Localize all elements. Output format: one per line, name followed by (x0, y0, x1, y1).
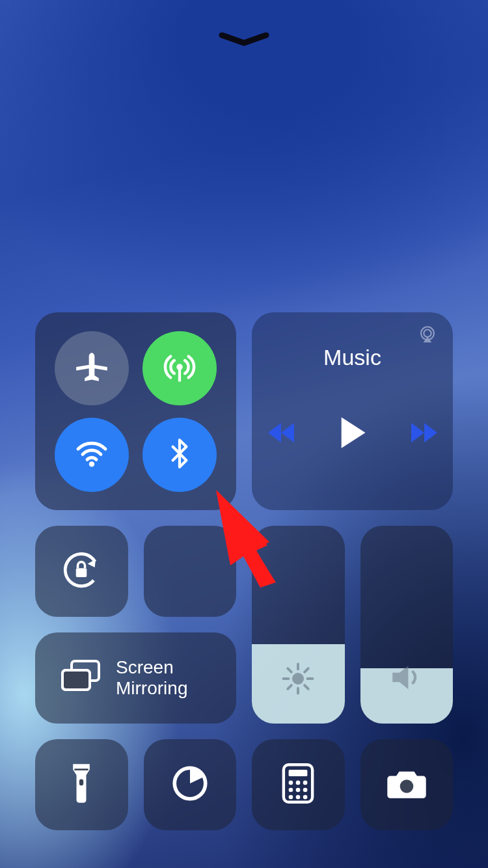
svg-line-13 (305, 685, 308, 689)
svg-line-14 (305, 668, 308, 672)
play-button[interactable] (338, 416, 367, 452)
airplay-icon[interactable] (416, 324, 439, 349)
flashlight-button[interactable] (35, 739, 128, 830)
moon-icon (172, 552, 208, 591)
svg-point-26 (296, 781, 301, 785)
calculator-icon (282, 763, 314, 806)
svg-point-29 (296, 788, 301, 793)
rewind-button[interactable] (267, 420, 297, 448)
calculator-button[interactable] (252, 739, 345, 830)
svg-point-27 (303, 781, 308, 785)
svg-point-2 (89, 461, 94, 467)
orientation-lock-icon (60, 549, 103, 594)
svg-point-25 (289, 781, 293, 785)
brightness-slider[interactable] (252, 526, 345, 724)
cellular-data-toggle[interactable] (142, 331, 217, 405)
svg-line-12 (288, 668, 292, 672)
airplane-icon (75, 350, 109, 387)
media-controls (267, 416, 439, 452)
connectivity-module[interactable] (35, 312, 236, 510)
do-not-disturb-toggle[interactable] (144, 526, 237, 617)
cellular-antenna-icon (160, 347, 199, 389)
volume-icon (388, 658, 426, 699)
camera-button[interactable] (360, 739, 454, 830)
airplane-mode-toggle[interactable] (55, 331, 129, 405)
screen-mirroring-label: Screen Mirroring (116, 657, 187, 699)
svg-point-32 (296, 795, 301, 800)
svg-rect-18 (64, 671, 88, 688)
media-module[interactable]: Music (252, 312, 453, 510)
svg-point-28 (289, 788, 293, 793)
control-center: Music (35, 312, 453, 830)
svg-point-7 (292, 673, 304, 685)
svg-point-31 (289, 795, 293, 800)
timer-icon (170, 764, 210, 806)
brightness-icon (280, 661, 316, 699)
screen-mirroring-icon (57, 657, 104, 698)
media-title: Music (323, 345, 381, 370)
svg-point-33 (303, 795, 308, 800)
timer-button[interactable] (144, 739, 237, 830)
svg-rect-1 (178, 368, 181, 381)
svg-point-30 (303, 788, 308, 793)
dismiss-chevron-icon[interactable] (218, 33, 270, 51)
screen-mirroring-button[interactable]: Screen Mirroring (35, 632, 236, 724)
fast-forward-button[interactable] (409, 420, 439, 448)
svg-line-15 (288, 685, 292, 689)
wifi-toggle[interactable] (55, 418, 129, 492)
svg-point-34 (400, 780, 413, 793)
svg-point-4 (424, 330, 431, 337)
camera-icon (386, 766, 427, 803)
wifi-icon (74, 435, 110, 474)
orientation-lock-toggle[interactable] (35, 526, 128, 617)
svg-rect-20 (79, 780, 83, 786)
svg-rect-24 (289, 770, 308, 776)
volume-slider[interactable] (360, 526, 454, 724)
flashlight-icon (67, 763, 96, 807)
svg-rect-6 (76, 568, 87, 577)
bluetooth-icon (163, 437, 196, 472)
bluetooth-toggle[interactable] (142, 418, 217, 492)
